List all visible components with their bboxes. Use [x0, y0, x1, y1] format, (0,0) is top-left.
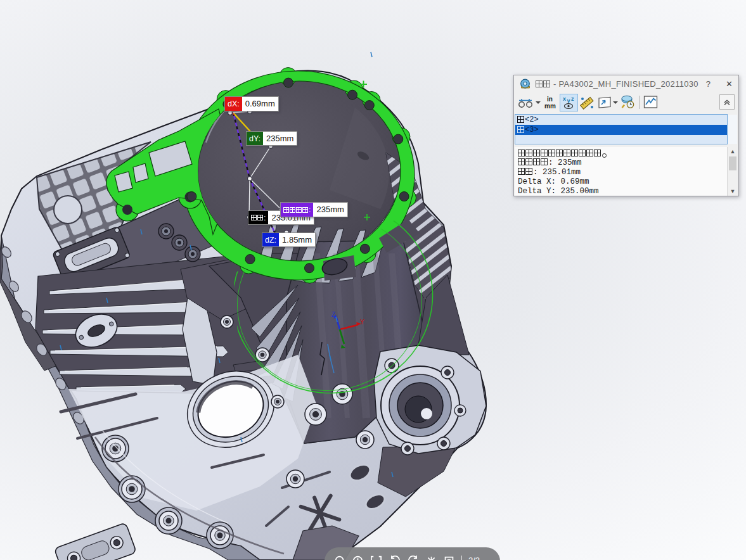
svg-text:in: in	[547, 96, 553, 103]
svg-text:x: x	[563, 96, 566, 102]
svg-text:z: z	[571, 96, 574, 102]
svg-text:Z: Z	[331, 311, 335, 318]
svg-text:mm: mm	[544, 103, 556, 110]
svg-text:Y: Y	[360, 319, 364, 326]
svg-text:y: y	[567, 98, 570, 104]
